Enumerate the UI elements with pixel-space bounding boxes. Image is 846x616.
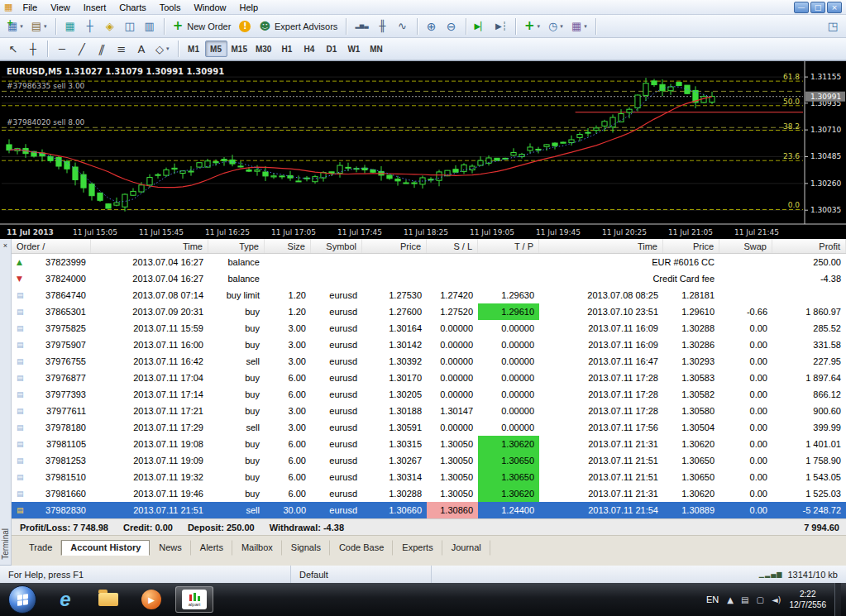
templates-button[interactable]: ▦▾ xyxy=(567,17,591,36)
timeframe-h1[interactable]: H1 xyxy=(275,41,298,57)
history-row[interactable]: ▤379768772013.07.11 17:04buy6.00eurusd1.… xyxy=(12,370,846,386)
bar-chart-button[interactable]: ▂▅▃ xyxy=(351,17,372,36)
col-header-time[interactable]: Time xyxy=(91,239,208,253)
taskbar-ie-button[interactable]: e xyxy=(46,586,84,613)
market-watch-button[interactable]: ▦ xyxy=(60,17,80,36)
strategy-tester-button[interactable]: ▥ xyxy=(140,17,160,36)
history-row[interactable]: ▤379781802013.07.11 17:29sell3.00eurusd1… xyxy=(12,419,846,436)
candlestick-chart-button[interactable]: ╫ xyxy=(373,17,393,36)
taskbar-media-button[interactable]: ▶ xyxy=(132,586,170,613)
new-order-button[interactable]: +New Order xyxy=(169,17,236,36)
taskbar-alpari-button[interactable]: alpari xyxy=(175,586,213,613)
hidden-icons-arrow[interactable]: ▲ xyxy=(727,595,734,604)
docking-button[interactable]: ◳ xyxy=(823,17,843,36)
chart-area[interactable]: 61.850.038.223.60.0#37986335 sell 3.00#3… xyxy=(0,60,846,238)
terminal-close-button[interactable]: × xyxy=(1,241,11,251)
indicators-button[interactable]: +▾ xyxy=(520,17,544,36)
tab-journal[interactable]: Journal xyxy=(442,540,490,556)
tab-experts[interactable]: Experts xyxy=(393,540,442,556)
new-chart-button[interactable]: ▦+▾ xyxy=(3,17,27,36)
history-row[interactable]: ▤378653012013.07.09 20:31buy1.20eurusd1.… xyxy=(12,303,846,320)
channel-button[interactable]: ∥ xyxy=(92,40,112,58)
timeframe-w1[interactable]: W1 xyxy=(342,41,365,57)
col-header-price[interactable]: Price xyxy=(362,239,427,253)
price-chart[interactable]: 61.850.038.223.60.0#37986335 sell 3.00#3… xyxy=(0,61,846,239)
tab-trade[interactable]: Trade xyxy=(20,540,61,556)
col-header-t-p[interactable]: T / P xyxy=(478,239,539,253)
horizontal-line-button[interactable]: ─ xyxy=(52,40,72,58)
terminal-button[interactable]: ◫ xyxy=(120,17,140,36)
history-row[interactable]: ▤379758252013.07.11 15:59buy3.00eurusd1.… xyxy=(12,320,846,337)
action-center-icon[interactable]: ▤ xyxy=(741,595,748,604)
timeframe-m1[interactable]: M1 xyxy=(183,41,205,57)
history-row[interactable]: ▤379759072013.07.11 16:00buy3.00eurusd1.… xyxy=(12,337,846,353)
history-row[interactable]: ▤379767552013.07.11 16:42sell3.00eurusd1… xyxy=(12,353,846,370)
history-row[interactable]: ▲378239992013.07.04 16:27balanceEUR #601… xyxy=(12,254,846,270)
col-header-s-l[interactable]: S / L xyxy=(427,239,478,253)
arrows-button[interactable]: ◇▾ xyxy=(151,40,174,58)
col-header-profit-2[interactable]: Profit xyxy=(772,239,846,253)
periods-button[interactable]: ◷▾ xyxy=(544,17,567,36)
tab-account-history[interactable]: Account History xyxy=(61,540,150,556)
minimize-button[interactable]: — xyxy=(794,2,809,13)
tab-mailbox[interactable]: Mailbox xyxy=(232,540,282,556)
taskbar-explorer-button[interactable] xyxy=(89,586,127,613)
history-row[interactable]: ▼378240002013.07.04 16:27balanceCredit C… xyxy=(12,270,846,287)
menu-insert[interactable]: Insert xyxy=(77,2,113,13)
menu-view[interactable]: View xyxy=(44,2,77,13)
text-button[interactable]: A xyxy=(131,40,151,58)
maximize-button[interactable]: □ xyxy=(810,2,825,13)
col-header-price-2[interactable]: Price xyxy=(663,239,719,253)
start-button[interactable] xyxy=(8,585,36,614)
history-row[interactable]: ▤379816602013.07.11 19:46buy6.00eurusd1.… xyxy=(12,485,846,502)
zoom-in-button[interactable]: ⊕ xyxy=(422,17,442,36)
navigator-button[interactable]: ◈ xyxy=(100,17,120,36)
taskbar-clock[interactable]: 2:22 12/7/2556 xyxy=(790,589,827,610)
profiles-button[interactable]: ▤▾ xyxy=(27,17,51,36)
close-button[interactable]: × xyxy=(827,2,842,13)
data-window-button[interactable]: ┼ xyxy=(80,17,100,36)
col-header-size[interactable]: Size xyxy=(265,239,311,253)
col-header-time-2[interactable]: Time xyxy=(539,239,663,253)
col-header-order[interactable]: Order / xyxy=(12,239,91,253)
volume-icon[interactable]: ◄) xyxy=(772,595,781,604)
fibonacci-button[interactable]: ≡ xyxy=(112,40,131,58)
timeframe-h4[interactable]: H4 xyxy=(298,41,320,57)
history-row[interactable]: ▤379811052013.07.11 19:08buy6.00eurusd1.… xyxy=(12,436,846,452)
auto-scroll-button[interactable]: ▶▏ xyxy=(471,17,491,36)
menu-file[interactable]: File xyxy=(16,2,44,13)
chart-shift-button[interactable]: ▶┆ xyxy=(491,17,511,36)
tab-code-base[interactable]: Code Base xyxy=(330,540,393,556)
history-row[interactable]: ▤379812532013.07.11 19:09buy6.00eurusd1.… xyxy=(12,452,846,469)
timeframe-d1[interactable]: D1 xyxy=(320,41,342,57)
cursor-button[interactable]: ↖ xyxy=(3,40,23,58)
show-desktop-button[interactable] xyxy=(834,583,841,616)
timeframe-mn[interactable]: MN xyxy=(365,41,387,57)
expert-advisors-button[interactable]: ☻Expert Advisors xyxy=(255,17,342,36)
history-row[interactable]: ▤379776112013.07.11 17:21buy3.00eurusd1.… xyxy=(12,403,846,419)
menu-charts[interactable]: Charts xyxy=(112,2,152,13)
crosshair-button[interactable]: ┼ xyxy=(23,40,43,58)
tab-news[interactable]: News xyxy=(150,540,191,556)
network-icon[interactable]: ▢ xyxy=(756,595,763,604)
history-row[interactable]: ▤378647402013.07.08 07:14buy limit1.20eu… xyxy=(12,287,846,303)
line-chart-button[interactable]: ∿ xyxy=(393,17,413,36)
menu-window[interactable]: Window xyxy=(187,2,232,13)
timeframe-m15[interactable]: M15 xyxy=(227,41,251,57)
zoom-out-button[interactable]: ⊖ xyxy=(442,17,461,36)
menu-help[interactable]: Help xyxy=(233,2,265,13)
timeframe-m30[interactable]: M30 xyxy=(251,41,275,57)
col-header-swap-2[interactable]: Swap xyxy=(719,239,772,253)
metaeditor-button[interactable]: ! xyxy=(235,17,255,36)
col-header-symbol[interactable]: Symbol xyxy=(311,239,362,253)
menu-tools[interactable]: Tools xyxy=(153,2,188,13)
history-row[interactable]: ▤379773932013.07.11 17:14buy6.00eurusd1.… xyxy=(12,386,846,403)
history-row[interactable]: ▤379815102013.07.11 19:32buy6.00eurusd1.… xyxy=(12,469,846,485)
trendline-button[interactable]: ╱ xyxy=(72,40,92,58)
tab-signals[interactable]: Signals xyxy=(282,540,330,556)
tab-alerts[interactable]: Alerts xyxy=(191,540,232,556)
history-row[interactable]: ▤379828302013.07.11 21:51sell30.00eurusd… xyxy=(12,502,846,518)
status-profile[interactable]: Default xyxy=(291,566,432,583)
timeframe-m5[interactable]: M5 xyxy=(205,41,227,57)
col-header-type[interactable]: Type xyxy=(208,239,265,253)
